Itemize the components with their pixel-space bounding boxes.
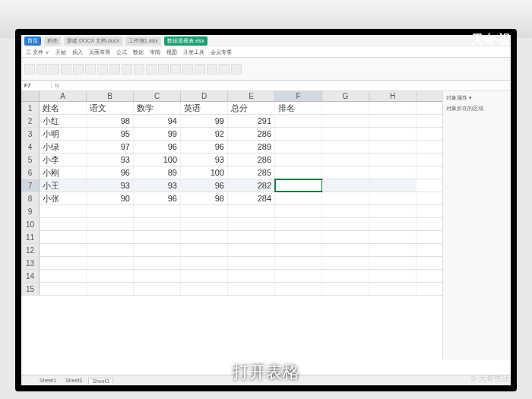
toolbar-button[interactable] — [24, 64, 35, 74]
cell-A12[interactable] — [40, 244, 87, 256]
cell-H13[interactable] — [369, 257, 416, 269]
cell-D6[interactable]: 100 — [181, 166, 228, 179]
cell-D14[interactable] — [181, 270, 228, 282]
cell-H8[interactable] — [369, 192, 416, 204]
menu-start[interactable]: 开始 — [55, 49, 66, 56]
cell-F6[interactable] — [275, 166, 322, 179]
cell-F9[interactable] — [275, 205, 322, 217]
cell-A8[interactable]: 小张 — [40, 192, 87, 204]
cell-B10[interactable] — [87, 218, 134, 230]
name-box[interactable]: F7 — [21, 83, 52, 88]
cell-F10[interactable] — [275, 218, 322, 230]
cell-C6[interactable]: 89 — [134, 166, 181, 179]
cell-E14[interactable] — [228, 270, 275, 282]
cell-A1[interactable]: 姓名 — [40, 102, 87, 114]
cell-A15[interactable] — [40, 283, 87, 295]
row-header[interactable]: 1 — [21, 102, 40, 114]
row-header[interactable]: 11 — [21, 231, 40, 243]
cell-B1[interactable]: 语文 — [87, 102, 134, 114]
sheet-tab-1[interactable]: Sheet1 — [36, 378, 59, 383]
menu-formula[interactable]: 公式 — [116, 49, 127, 56]
row-header[interactable]: 9 — [21, 205, 40, 217]
row-header[interactable]: 13 — [21, 257, 40, 269]
cell-G1[interactable] — [322, 102, 369, 114]
cell-C10[interactable] — [134, 218, 181, 230]
fx-icon[interactable]: fx — [52, 83, 62, 88]
toolbar-button[interactable] — [49, 64, 59, 74]
cell-F5[interactable] — [275, 154, 322, 166]
tab-doc3[interactable]: 数据透视表.xlsx — [164, 36, 207, 46]
cell-C5[interactable]: 100 — [134, 154, 181, 166]
cell-H9[interactable] — [369, 205, 416, 217]
cell-A2[interactable]: 小红 — [40, 115, 87, 127]
cell-B15[interactable] — [87, 283, 134, 295]
cell-A9[interactable] — [40, 205, 87, 217]
row-header[interactable]: 6 — [21, 166, 40, 179]
cell-H6[interactable] — [369, 166, 416, 179]
cell-E13[interactable] — [228, 257, 275, 269]
tab-doc2[interactable]: 工作簿1.xlsx — [125, 36, 161, 46]
cell-A5[interactable]: 小李 — [40, 154, 87, 166]
row-header[interactable]: 10 — [21, 218, 40, 230]
toolbar-button[interactable] — [134, 64, 144, 74]
menu-view[interactable]: 视图 — [166, 49, 177, 56]
cell-B4[interactable]: 97 — [87, 141, 134, 153]
cell-B13[interactable] — [87, 257, 134, 269]
row-header[interactable]: 4 — [21, 141, 40, 153]
cell-C3[interactable]: 99 — [134, 128, 181, 140]
cell-C13[interactable] — [134, 257, 181, 269]
toolbar-button[interactable] — [158, 64, 169, 74]
cell-B9[interactable] — [87, 205, 134, 217]
cell-D11[interactable] — [181, 231, 228, 243]
spreadsheet-grid[interactable]: A B C D E F G H 1姓名语文数学英语总分排名2小红98949929… — [21, 91, 442, 359]
col-header-G[interactable]: G — [322, 91, 369, 101]
cell-H11[interactable] — [369, 231, 416, 243]
cell-F8[interactable] — [275, 192, 322, 204]
cell-E5[interactable]: 286 — [228, 154, 275, 166]
cell-G14[interactable] — [322, 270, 369, 282]
cell-C12[interactable] — [134, 244, 181, 256]
col-header-C[interactable]: C — [134, 91, 181, 101]
cell-H14[interactable] — [369, 270, 416, 282]
cell-F1[interactable]: 排名 — [275, 102, 322, 114]
cell-F14[interactable] — [275, 270, 322, 282]
menu-layout[interactable]: 页面布局 — [89, 49, 110, 56]
cell-H3[interactable] — [369, 128, 416, 140]
cell-G10[interactable] — [322, 218, 369, 230]
toolbar-button[interactable] — [85, 64, 96, 74]
toolbar-button[interactable] — [207, 64, 217, 74]
sidepanel-title[interactable]: 对象属性 ▾ — [446, 94, 508, 102]
cell-E3[interactable]: 286 — [228, 128, 275, 140]
cell-D3[interactable]: 92 — [181, 128, 228, 140]
menu-file[interactable]: 三 文件 ∨ — [26, 49, 49, 56]
cell-D15[interactable] — [181, 283, 228, 295]
cell-D7[interactable]: 96 — [181, 179, 228, 192]
cell-G7[interactable] — [322, 179, 369, 192]
cell-E11[interactable] — [228, 231, 275, 243]
select-all-corner[interactable] — [21, 91, 40, 101]
cell-G9[interactable] — [322, 205, 369, 217]
row-header[interactable]: 3 — [21, 128, 40, 140]
toolbar-button[interactable] — [73, 64, 84, 74]
cell-H4[interactable] — [369, 141, 416, 153]
cell-A14[interactable] — [40, 270, 87, 282]
cell-B14[interactable] — [87, 270, 134, 282]
toolbar-button[interactable] — [182, 64, 193, 74]
cell-D10[interactable] — [181, 218, 228, 230]
cell-B2[interactable]: 98 — [87, 115, 134, 127]
cell-A7[interactable]: 小王 — [40, 179, 87, 192]
col-header-A[interactable]: A — [40, 91, 87, 101]
cell-C2[interactable]: 94 — [134, 115, 181, 127]
cell-F15[interactable] — [275, 283, 322, 295]
toolbar-button[interactable] — [109, 64, 120, 74]
cell-C15[interactable] — [134, 283, 181, 295]
cell-C9[interactable] — [134, 205, 181, 217]
menu-dev[interactable]: 开发工具 — [183, 49, 204, 56]
cell-F2[interactable] — [275, 115, 322, 127]
cell-G4[interactable] — [322, 141, 369, 153]
cell-G15[interactable] — [322, 283, 369, 295]
cell-A13[interactable] — [40, 257, 87, 269]
menu-insert[interactable]: 插入 — [72, 49, 83, 56]
tab-home[interactable]: 首页 — [24, 36, 41, 46]
cell-A4[interactable]: 小绿 — [40, 141, 87, 153]
